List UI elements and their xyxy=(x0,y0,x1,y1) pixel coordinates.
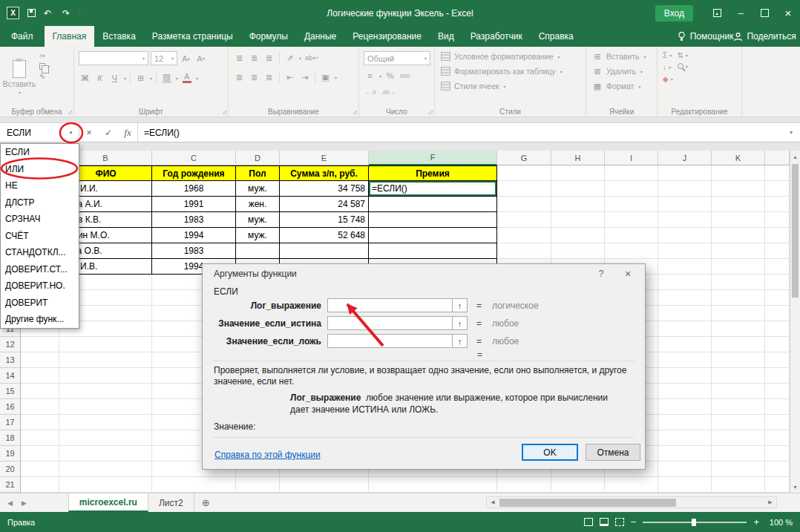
cell-X11[interactable] xyxy=(765,321,790,337)
cell-B19[interactable] xyxy=(59,446,152,462)
cell-J1[interactable] xyxy=(658,165,712,181)
align-bottom-icon[interactable]: ≣ xyxy=(263,51,275,65)
cell-E6[interactable] xyxy=(280,243,369,259)
cell-B18[interactable] xyxy=(59,430,152,446)
cell-C3[interactable]: 1991 xyxy=(152,197,236,212)
cell-C21[interactable] xyxy=(152,477,236,493)
cut-button[interactable]: ✂ xyxy=(39,52,50,60)
ok-button[interactable]: OK xyxy=(522,444,578,461)
maximize-button[interactable] xyxy=(753,0,776,26)
cell-J9[interactable] xyxy=(658,290,712,306)
number-dialog-launcher[interactable]: ◿ xyxy=(429,109,433,115)
cell-J14[interactable] xyxy=(658,368,712,384)
cell-K20[interactable] xyxy=(712,462,765,477)
cell-J18[interactable] xyxy=(658,430,712,446)
align-middle-icon[interactable]: ≣ xyxy=(248,51,260,65)
cancel-button[interactable]: Отмена xyxy=(586,444,640,461)
cell-F6[interactable] xyxy=(369,243,497,259)
scroll-left-arrow[interactable]: ◀ xyxy=(487,497,499,508)
cell-I4[interactable] xyxy=(605,212,658,228)
cell-F5[interactable] xyxy=(369,228,497,243)
cell-K15[interactable] xyxy=(712,384,765,399)
column-header-C[interactable]: C xyxy=(152,151,236,165)
cell-K11[interactable] xyxy=(712,321,765,337)
cell-A20[interactable] xyxy=(21,462,59,477)
clipboard-dialog-launcher[interactable]: ◿ xyxy=(68,109,72,115)
font-color-button[interactable]: А xyxy=(180,71,193,85)
vertical-scroll-thumb[interactable] xyxy=(792,164,799,298)
share-button[interactable]: Поделиться xyxy=(733,26,800,47)
cell-F1[interactable]: Премия xyxy=(369,165,497,181)
increase-indent-button[interactable]: ⇥ xyxy=(298,70,311,84)
cell-C5[interactable]: 1994 xyxy=(152,228,236,243)
cell-H21[interactable] xyxy=(551,477,605,493)
cell-I1[interactable] xyxy=(605,165,658,181)
cell-X21[interactable] xyxy=(765,477,790,493)
dropdown-item-standotkl[interactable]: СТАНДОТКЛ... xyxy=(1,244,79,261)
row-header-20[interactable]: 20 xyxy=(0,462,21,477)
cell-G6[interactable] xyxy=(497,243,551,259)
cell-K17[interactable] xyxy=(712,415,765,430)
column-header-D[interactable]: D xyxy=(236,151,280,165)
cell-J16[interactable] xyxy=(658,399,712,415)
cell-C6[interactable]: 1983 xyxy=(152,243,236,259)
column-header-F[interactable]: F xyxy=(369,151,497,165)
decrease-decimal-button[interactable]: .00→ xyxy=(380,85,397,99)
row-header-12[interactable]: 12 xyxy=(0,337,21,352)
cell-A19[interactable] xyxy=(21,446,59,462)
cell-K2[interactable] xyxy=(712,181,765,197)
cell-D4[interactable]: муж. xyxy=(236,212,280,228)
borders-button[interactable]: ⊞ xyxy=(134,71,147,85)
cell-X1[interactable] xyxy=(765,165,790,181)
cell-X20[interactable] xyxy=(765,462,790,477)
function-help-link[interactable]: Справка по этой функции xyxy=(214,450,321,460)
cell-G4[interactable] xyxy=(497,212,551,228)
cell-K7[interactable] xyxy=(712,259,765,275)
column-header-I[interactable]: I xyxy=(605,151,658,165)
dropdown-item-other-functions[interactable]: Другие функ... xyxy=(1,311,79,328)
cell-J3[interactable] xyxy=(658,197,712,212)
fill-color-button[interactable]: ▨ xyxy=(160,71,173,85)
find-select-button[interactable]: ▾ xyxy=(678,63,688,69)
cell-K19[interactable] xyxy=(712,446,765,462)
wrap-text-button[interactable]: ab↩ xyxy=(304,51,320,65)
cell-J6[interactable] xyxy=(658,243,712,259)
cell-K12[interactable] xyxy=(712,337,765,352)
cell-X15[interactable] xyxy=(765,384,790,399)
cell-J4[interactable] xyxy=(658,212,712,228)
cell-J20[interactable] xyxy=(658,462,712,477)
column-header-J[interactable]: J xyxy=(658,151,712,165)
cell-X19[interactable] xyxy=(765,446,790,462)
cell-A21[interactable] xyxy=(21,477,59,493)
fill-button[interactable]: ↓▾ xyxy=(663,63,673,71)
column-header-E[interactable]: E xyxy=(280,151,369,165)
cell-X3[interactable] xyxy=(765,197,790,212)
cell-I6[interactable] xyxy=(605,243,658,259)
cell-I5[interactable] xyxy=(605,228,658,243)
dropdown-item-schet[interactable]: СЧЁТ xyxy=(1,228,79,245)
cell-X8[interactable] xyxy=(765,275,790,290)
sheet-tab-microexcel[interactable]: microexcel.ru xyxy=(68,493,148,512)
page-layout-view-button[interactable] xyxy=(600,518,609,526)
cell-D1[interactable]: Пол xyxy=(236,165,280,181)
cell-K3[interactable] xyxy=(712,197,765,212)
cell-K18[interactable] xyxy=(712,430,765,446)
cell-I2[interactable] xyxy=(605,181,658,197)
cell-J7[interactable] xyxy=(658,259,712,275)
cell-G2[interactable] xyxy=(497,181,551,197)
column-header-G[interactable]: G xyxy=(497,151,551,165)
cell-B13[interactable] xyxy=(59,352,152,368)
cell-J11[interactable] xyxy=(658,321,712,337)
cell-X16[interactable] xyxy=(765,399,790,415)
cell-E1[interactable]: Сумма з/п, руб. xyxy=(280,165,369,181)
tab-data[interactable]: Данные xyxy=(296,26,344,47)
align-top-icon[interactable]: ≣ xyxy=(233,51,246,65)
cell-X4[interactable] xyxy=(765,212,790,228)
cell-X14[interactable] xyxy=(765,368,790,384)
value-if-false-input[interactable] xyxy=(327,334,453,348)
cell-E2[interactable]: 34 758 xyxy=(280,181,369,197)
enter-formula-button[interactable]: ✓ xyxy=(99,123,118,142)
minimize-button[interactable]: – xyxy=(729,0,753,26)
cell-B21[interactable] xyxy=(59,477,152,493)
cell-D3[interactable]: жен. xyxy=(236,197,280,212)
